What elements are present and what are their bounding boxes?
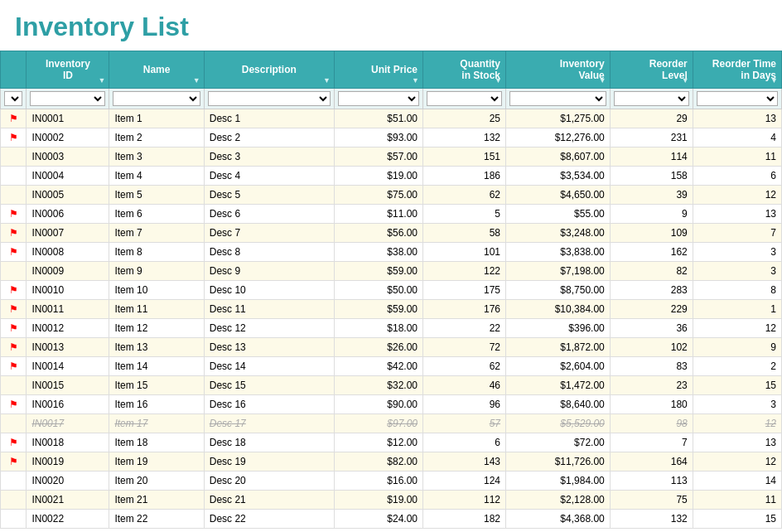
cell-name: Item 20 (109, 472, 204, 491)
cell-reorder: 83 (610, 357, 693, 376)
th-unit-price[interactable]: Unit Price ▼ (334, 51, 422, 89)
cell-reorder: 132 (610, 510, 693, 529)
cell-reorder: 283 (610, 281, 693, 300)
cell-inv: $10,384.00 (506, 300, 611, 319)
cell-desc: Desc 21 (204, 491, 334, 510)
table-row: ⚑IN0010Item 10Desc 10$50.00175$8,750.002… (1, 281, 782, 300)
cell-inv: $11,726.00 (506, 452, 611, 472)
cell-price: $56.00 (334, 224, 422, 243)
cell-days: 14 (693, 472, 781, 491)
table-row: IN0003Item 3Desc 3$57.00151$8,607.001141… (1, 148, 782, 167)
cell-id: IN0013 (27, 338, 109, 357)
cell-price: $90.00 (334, 395, 422, 414)
cell-inv: $1,275.00 (506, 109, 611, 128)
table-body: ⚑IN0001Item 1Desc 1$51.0025$1,275.002913… (1, 109, 782, 529)
cell-id: IN0005 (27, 186, 109, 205)
cell-desc: Desc 17 (204, 414, 334, 433)
cell-name: Item 22 (109, 510, 204, 529)
filter-qty-select[interactable] (427, 91, 502, 106)
table-row: ⚑IN0008Item 8Desc 8$38.00101$3,838.00162… (1, 243, 782, 262)
cell-id: IN0008 (27, 243, 109, 262)
cell-reorder: 7 (610, 433, 693, 452)
cell-price: $12.00 (334, 433, 422, 452)
cell-id: IN0015 (27, 376, 109, 395)
cell-inv: $8,750.00 (506, 281, 611, 300)
cell-desc: Desc 5 (204, 186, 334, 205)
th-inventory-id[interactable]: InventoryID ▼ (27, 51, 109, 89)
cell-qty: 62 (423, 357, 506, 376)
cell-name: Item 13 (109, 338, 204, 357)
cell-reorder: 113 (610, 472, 693, 491)
flag-cell (1, 262, 27, 281)
cell-name: Item 14 (109, 357, 204, 376)
cell-inv: $1,472.00 (506, 376, 611, 395)
cell-id: IN0022 (27, 510, 109, 529)
cell-qty: 122 (423, 262, 506, 281)
inventory-table: InventoryID ▼ Name ▼ Description ▼ Unit … (0, 51, 782, 529)
cell-qty: 182 (423, 510, 506, 529)
filter-desc-select[interactable] (208, 91, 331, 106)
table-row: ⚑IN0019Item 19Desc 19$82.00143$11,726.00… (1, 452, 782, 472)
cell-inv: $72.00 (506, 433, 611, 452)
cell-id: IN0017 (27, 414, 109, 433)
cell-qty: 6 (423, 433, 506, 452)
table-row: ⚑IN0006Item 6Desc 6$11.005$55.00913 (1, 205, 782, 224)
cell-inv: $7,198.00 (506, 262, 611, 281)
cell-reorder: 158 (610, 167, 693, 186)
cell-price: $50.00 (334, 281, 422, 300)
th-reorder-days[interactable]: Reorder Timein Days ▼ (693, 51, 781, 89)
filter-id-select[interactable] (30, 91, 105, 106)
cell-desc: Desc 10 (204, 281, 334, 300)
th-reorder-level[interactable]: ReorderLevel ▼ (610, 51, 693, 89)
filter-name-select[interactable] (113, 91, 200, 106)
cell-reorder: 36 (610, 319, 693, 338)
th-quantity[interactable]: Quantityin Stock ▼ (423, 51, 506, 89)
table-row: IN0020Item 20Desc 20$16.00124$1,984.0011… (1, 472, 782, 491)
cell-days: 11 (693, 491, 781, 510)
cell-price: $32.00 (334, 376, 422, 395)
flag-cell (1, 376, 27, 395)
flag-cell (1, 491, 27, 510)
cell-days: 12 (693, 186, 781, 205)
table-row: ⚑IN0007Item 7Desc 7$56.0058$3,248.001097 (1, 224, 782, 243)
cell-reorder: 75 (610, 491, 693, 510)
cell-days: 1 (693, 300, 781, 319)
table-row: IN0021Item 21Desc 21$19.00112$2,128.0075… (1, 491, 782, 510)
filter-desc-cell (204, 89, 334, 109)
th-inventory-value[interactable]: InventoryValue ▼ (506, 51, 611, 89)
cell-name: Item 6 (109, 205, 204, 224)
cell-id: IN0010 (27, 281, 109, 300)
filter-reorder-select[interactable] (614, 91, 689, 106)
cell-reorder: 229 (610, 300, 693, 319)
cell-id: IN0004 (27, 167, 109, 186)
filter-days-cell (693, 89, 781, 109)
th-name[interactable]: Name ▼ (109, 51, 204, 89)
cell-inv: $55.00 (506, 205, 611, 224)
cell-name: Item 12 (109, 319, 204, 338)
cell-name: Item 8 (109, 243, 204, 262)
filter-row: ▼ (1, 89, 782, 109)
flag-icon: ⚑ (9, 132, 18, 143)
cell-price: $51.00 (334, 109, 422, 128)
cell-desc: Desc 13 (204, 338, 334, 357)
filter-inv-select[interactable] (509, 91, 606, 106)
filter-flag-select[interactable]: ▼ (4, 91, 22, 106)
cell-reorder: 23 (610, 376, 693, 395)
filter-price-select[interactable] (338, 91, 419, 106)
cell-price: $82.00 (334, 452, 422, 472)
th-description[interactable]: Description ▼ (204, 51, 334, 89)
cell-qty: 58 (423, 224, 506, 243)
flag-cell: ⚑ (1, 357, 27, 376)
cell-reorder: 109 (610, 224, 693, 243)
cell-reorder: 82 (610, 262, 693, 281)
table-row: ⚑IN0018Item 18Desc 18$12.006$72.00713 (1, 433, 782, 452)
table-row: ⚑IN0014Item 14Desc 14$42.0062$2,604.0083… (1, 357, 782, 376)
cell-reorder: 102 (610, 338, 693, 357)
cell-qty: 101 (423, 243, 506, 262)
flag-cell: ⚑ (1, 452, 27, 472)
filter-days-select[interactable] (697, 91, 778, 106)
cell-days: 3 (693, 243, 781, 262)
cell-inv: $3,838.00 (506, 243, 611, 262)
filter-reorder-cell (610, 89, 693, 109)
cell-desc: Desc 1 (204, 109, 334, 128)
